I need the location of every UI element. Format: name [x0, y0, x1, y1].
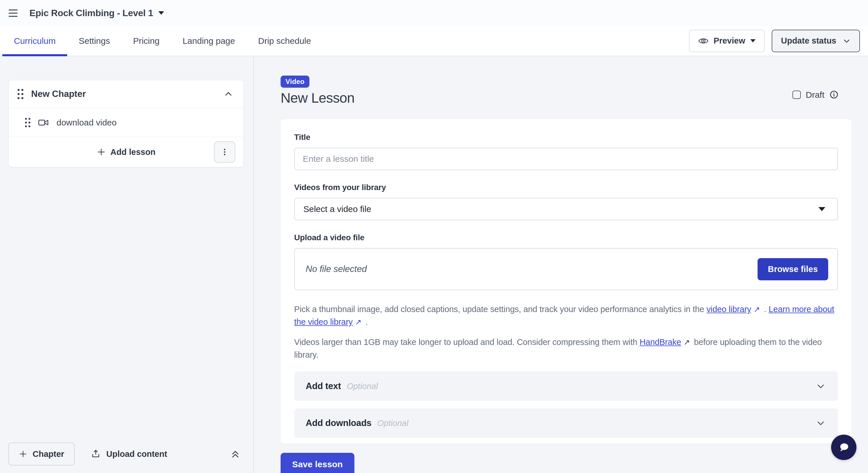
title-group: Title	[294, 133, 838, 170]
upload-content-label: Upload content	[106, 449, 167, 459]
course-title: Epic Rock Climbing - Level 1	[29, 8, 153, 19]
chapter-header[interactable]: New Chapter	[9, 80, 243, 108]
expand-add-downloads-button[interactable]	[816, 418, 825, 428]
lesson-type-badge: Video	[281, 75, 309, 88]
eye-icon	[698, 36, 709, 46]
plus-icon	[97, 147, 106, 157]
add-text-label: Add text	[306, 381, 341, 391]
external-link-icon: ↗	[353, 316, 363, 328]
sidebar-footer: Chapter Upload content	[8, 442, 241, 466]
info-icon[interactable]	[829, 90, 839, 99]
add-lesson-button[interactable]: Add lesson	[97, 147, 155, 157]
video-library-link[interactable]: video library	[707, 305, 751, 314]
add-text-section[interactable]: Add text Optional	[294, 372, 838, 401]
add-downloads-section[interactable]: Add downloads Optional	[294, 408, 838, 438]
hamburger-menu-icon[interactable]	[9, 6, 22, 20]
drag-handle-icon[interactable]	[25, 118, 31, 127]
no-file-text: No file selected	[306, 264, 367, 274]
file-dropzone[interactable]: No file selected Browse files	[294, 248, 838, 290]
optional-label: Optional	[377, 418, 408, 428]
tab-settings[interactable]: Settings	[67, 26, 121, 56]
kebab-menu-icon	[220, 148, 229, 156]
course-builder-app: Epic Rock Climbing - Level 1 Curriculum …	[0, 0, 868, 473]
save-lesson-button[interactable]: Save lesson	[281, 453, 354, 473]
preview-button[interactable]: Preview	[689, 30, 765, 52]
add-chapter-label: Chapter	[33, 449, 64, 459]
tab-curriculum[interactable]: Curriculum	[2, 26, 67, 56]
curriculum-sidebar: New Chapter	[0, 56, 254, 473]
video-library-group: Videos from your library Select a video …	[294, 183, 838, 220]
video-file-select[interactable]: Select a video file	[294, 198, 838, 220]
optional-label: Optional	[347, 382, 378, 391]
tabs: Curriculum Settings Pricing Landing page…	[2, 26, 322, 56]
caret-down-icon	[158, 11, 164, 15]
video-file-select-value: Select a video file	[303, 204, 371, 214]
chapter-card: New Chapter	[8, 80, 244, 167]
collapse-chapter-button[interactable]	[224, 89, 233, 99]
draft-checkbox[interactable]	[793, 91, 801, 99]
draft-label: Draft	[806, 90, 825, 100]
page-title: New Lesson	[281, 90, 354, 106]
tab-drip-schedule[interactable]: Drip schedule	[247, 26, 322, 56]
chevron-up-icon	[224, 89, 233, 99]
chat-widget-button[interactable]	[831, 435, 857, 460]
plus-icon	[19, 450, 27, 458]
chapter-options-button[interactable]	[214, 141, 235, 163]
help-paragraph-2: Videos larger than 1GB may take longer t…	[294, 336, 838, 361]
lesson-editor: Video New Lesson Draft	[254, 56, 868, 473]
add-lesson-row: Add lesson	[9, 137, 243, 167]
add-chapter-button[interactable]: Chapter	[8, 442, 75, 466]
content: New Chapter	[0, 56, 868, 473]
chapter-title: New Chapter	[31, 89, 86, 99]
tab-pricing[interactable]: Pricing	[121, 26, 171, 56]
course-title-dropdown[interactable]: Epic Rock Climbing - Level 1	[29, 8, 164, 19]
update-status-label: Update status	[781, 36, 836, 45]
tabbar: Curriculum Settings Pricing Landing page…	[0, 26, 868, 56]
topbar: Epic Rock Climbing - Level 1	[0, 0, 868, 26]
draft-toggle[interactable]: Draft	[793, 90, 839, 106]
lesson-title: download video	[57, 118, 117, 127]
video-camera-icon	[38, 117, 49, 128]
title-label: Title	[294, 133, 838, 142]
lesson-title-input[interactable]	[294, 148, 838, 170]
update-status-button[interactable]: Update status	[772, 30, 860, 52]
chat-bubble-icon	[836, 440, 851, 455]
expand-add-text-button[interactable]	[816, 382, 825, 391]
external-link-icon: ↗	[681, 337, 692, 348]
help-text: Pick a thumbnail image, add closed capti…	[294, 303, 838, 361]
caret-down-icon	[818, 207, 825, 211]
upload-group: Upload a video file No file selected Bro…	[294, 233, 838, 290]
external-link-icon: ↗	[751, 304, 762, 316]
browse-files-button[interactable]: Browse files	[757, 258, 828, 280]
upload-content-button[interactable]: Upload content	[91, 449, 167, 459]
collapse-all-button[interactable]	[230, 449, 241, 459]
upload-icon	[91, 449, 101, 459]
caret-down-icon	[750, 39, 755, 42]
help-paragraph-1: Pick a thumbnail image, add closed capti…	[294, 303, 838, 328]
chevron-down-icon	[816, 382, 825, 391]
chevron-down-icon	[816, 418, 825, 428]
handbrake-link[interactable]: HandBrake	[640, 338, 681, 347]
double-chevron-up-icon	[230, 449, 241, 459]
lesson-header: Video New Lesson Draft	[281, 75, 851, 106]
video-library-label: Videos from your library	[294, 183, 838, 192]
chevron-down-icon	[843, 37, 851, 45]
lesson-item[interactable]: download video	[9, 108, 243, 137]
preview-label: Preview	[714, 36, 745, 45]
lesson-form-card: Title Videos from your library Select a …	[281, 119, 851, 444]
tab-landing-page[interactable]: Landing page	[171, 26, 247, 56]
header-actions: Preview Update status	[689, 26, 860, 56]
add-lesson-label: Add lesson	[111, 147, 155, 157]
add-downloads-label: Add downloads	[306, 418, 371, 428]
upload-video-label: Upload a video file	[294, 233, 838, 242]
drag-handle-icon[interactable]	[17, 89, 24, 99]
